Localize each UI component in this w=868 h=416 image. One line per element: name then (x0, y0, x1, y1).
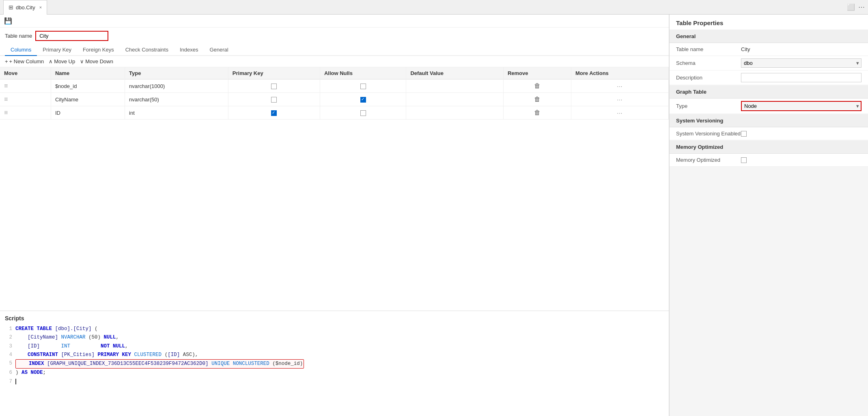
table-row: ≡ $node_id nvarchar(1000) 🗑 ··· (0, 79, 669, 93)
cell-type[interactable]: int (125, 106, 228, 120)
prop-type-row: Type Node Edge None ▾ (670, 99, 868, 114)
section-system-versioning-header: System Versioning (670, 114, 868, 127)
cell-move: ≡ (0, 93, 51, 106)
cell-remove: 🗑 (503, 79, 571, 93)
prop-description-input[interactable] (741, 73, 862, 82)
chevron-up-icon: ∧ (49, 58, 53, 64)
cell-default[interactable] (406, 106, 504, 120)
line-code: INDEX [GRAPH_UNIQUE_INDEX_736D13C55EEC4F… (15, 359, 304, 369)
main-layout: 💾 Table name Columns Primary Key Foreign… (0, 15, 868, 416)
prop-type-label: Type (676, 103, 741, 109)
cell-more: ··· (571, 106, 668, 120)
more-actions-column-button[interactable]: ··· (617, 83, 623, 89)
col-header-remove: Remove (503, 67, 571, 79)
line-code: [CityName] NVARCHAR (50) NULL, (15, 333, 119, 342)
tab-primary-key[interactable]: Primary Key (37, 44, 77, 56)
cell-nulls (320, 79, 406, 93)
delete-column-button[interactable]: 🗑 (534, 82, 541, 89)
pk-checkbox[interactable] (271, 97, 277, 103)
split-editor-button[interactable]: ⬜ (847, 3, 855, 11)
right-panel: Table Properties General Table name City… (669, 15, 868, 416)
table-name-row: Table name (0, 28, 669, 44)
move-up-label: Move Up (54, 58, 75, 64)
cell-nulls (320, 106, 406, 120)
col-header-more: More Actions (571, 67, 668, 79)
prop-schema-row: Schema dbo ▾ (670, 56, 868, 71)
prop-description-row: Description (670, 71, 868, 85)
cell-default[interactable] (406, 93, 504, 106)
col-header-pk: Primary Key (228, 67, 320, 79)
section-memory-header: Memory Optimized (670, 141, 868, 154)
cell-name[interactable]: CityName (51, 93, 125, 106)
line-number: 5 (5, 359, 12, 369)
save-button[interactable]: 💾 (4, 17, 12, 24)
nulls-checkbox[interactable] (360, 84, 366, 89)
prop-memory-label: Memory Optimized (676, 157, 741, 163)
move-down-button[interactable]: ∨ Move Down (80, 58, 113, 64)
more-actions-button[interactable]: ⋯ (858, 3, 865, 11)
cell-type[interactable]: nvarchar(50) (125, 93, 228, 106)
column-actions-bar: + + New Column ∧ Move Up ∨ Move Down (0, 56, 669, 67)
tab-columns[interactable]: Columns (5, 44, 37, 56)
col-header-name: Name (51, 67, 125, 79)
code-line: 3 [ID] INT NOT NULL, (5, 342, 664, 351)
col-header-default: Default Value (406, 67, 504, 79)
tab-close-button[interactable]: × (39, 5, 42, 10)
drag-handle[interactable]: ≡ (4, 96, 8, 103)
table-icon: ⊞ (9, 4, 13, 11)
more-actions-column-button[interactable]: ··· (617, 96, 623, 103)
line-number: 1 (5, 325, 12, 333)
pk-checkbox[interactable] (271, 110, 277, 116)
tab-general[interactable]: General (204, 44, 234, 56)
properties-title: Table Properties (670, 15, 868, 30)
line-number: 2 (5, 333, 12, 342)
code-line: 7 (5, 377, 664, 386)
section-general: General Table name City Schema dbo ▾ Des… (670, 30, 868, 85)
delete-column-button[interactable]: 🗑 (534, 96, 541, 103)
line-number: 6 (5, 369, 12, 377)
prop-memory-checkbox[interactable] (741, 157, 747, 163)
table-row: ≡ ID int 🗑 ··· (0, 106, 669, 120)
cell-name[interactable]: ID (51, 106, 125, 120)
line-number: 3 (5, 342, 12, 351)
tab-dbo-city[interactable]: ⊞ dbo.City × (3, 0, 47, 15)
cell-type[interactable]: nvarchar(1000) (125, 79, 228, 93)
prop-schema-select[interactable]: dbo (741, 58, 862, 68)
toolbar: 💾 (0, 15, 669, 28)
cell-more: ··· (571, 93, 668, 106)
cell-default[interactable] (406, 79, 504, 93)
nulls-checkbox[interactable] (360, 110, 366, 116)
tab-actions: ⬜ ⋯ (847, 3, 865, 11)
tab-foreign-keys[interactable]: Foreign Keys (77, 44, 120, 56)
code-block: 1CREATE TABLE [dbo].[City] (2 [CityName]… (0, 325, 669, 386)
code-line: 6) AS NODE; (5, 369, 664, 377)
prop-memory-row: Memory Optimized (670, 154, 868, 167)
cell-pk (228, 106, 320, 120)
columns-table-scroll: Move Name Type Primary Key Allow Nulls D… (0, 67, 669, 311)
new-column-button[interactable]: + + New Column (5, 58, 44, 64)
drag-handle[interactable]: ≡ (4, 82, 8, 89)
prop-description-label: Description (676, 75, 741, 81)
delete-column-button[interactable]: 🗑 (534, 109, 541, 116)
new-column-label: + New Column (9, 58, 44, 64)
scripts-title: Scripts (0, 315, 669, 325)
prop-table-name-label: Table name (676, 46, 741, 52)
prop-schema-label: Schema (676, 60, 741, 66)
move-up-button[interactable]: ∧ Move Up (49, 58, 75, 64)
more-actions-column-button[interactable]: ··· (617, 110, 623, 116)
prop-type-select[interactable]: Node Edge None (741, 101, 862, 111)
table-header-row: Move Name Type Primary Key Allow Nulls D… (0, 67, 669, 79)
prop-sys-versioning-checkbox[interactable] (741, 131, 747, 137)
section-memory-optimized: Memory Optimized Memory Optimized (670, 141, 868, 167)
prop-type-wrapper: Node Edge None ▾ (741, 101, 862, 111)
drag-handle[interactable]: ≡ (4, 109, 8, 116)
tab-indexes[interactable]: Indexes (174, 44, 204, 56)
cell-name[interactable]: $node_id (51, 79, 125, 93)
nulls-checkbox[interactable] (360, 97, 366, 103)
table-name-input[interactable] (35, 31, 108, 41)
table-row: ≡ CityName nvarchar(50) 🗑 ··· (0, 93, 669, 106)
table-name-label: Table name (5, 33, 32, 39)
tab-check-constraints[interactable]: Check Constraints (120, 44, 174, 56)
columns-table: Move Name Type Primary Key Allow Nulls D… (0, 67, 669, 120)
pk-checkbox[interactable] (271, 84, 277, 89)
